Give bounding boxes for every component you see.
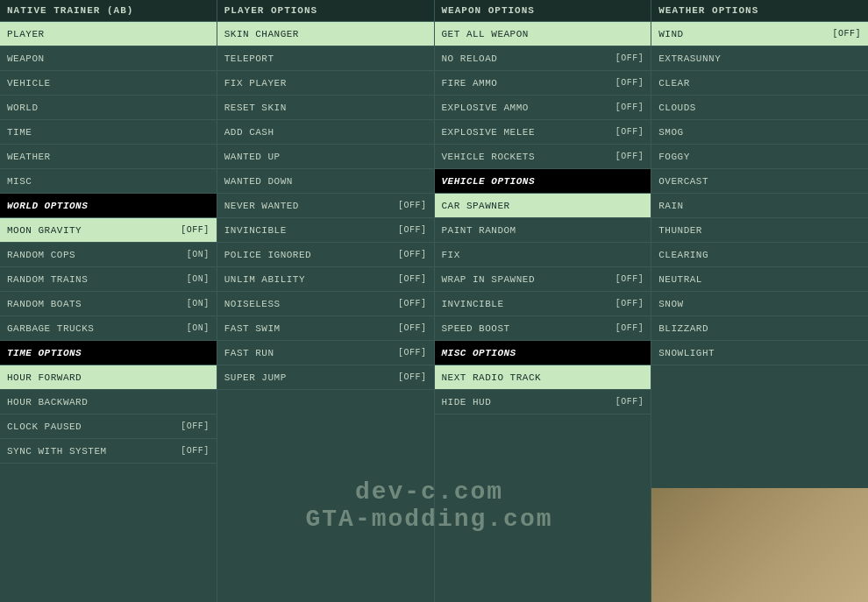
menu-item-label-0-10: RANDOM TRAINS	[7, 274, 180, 285]
menu-item-value-1-8: [OFF]	[398, 225, 427, 235]
menu-item-2-14[interactable]: NEXT RADIO TRACK	[435, 365, 651, 390]
column-0: NATIVE TRAINER (AB)PLAYERWEAPONVEHICLEWO…	[0, 0, 217, 602]
menu-item-label-1-9: POLICE IGNORED	[224, 250, 391, 260]
menu-item-label-0-6: MISC	[7, 176, 210, 187]
menu-item-3-9[interactable]: CLEARING	[651, 243, 868, 267]
menu-item-2-4[interactable]: EXPLOSIVE MELEE[OFF]	[435, 120, 651, 145]
menu-item-2-8[interactable]: PAINT RANDOM	[435, 218, 651, 243]
menu-item-label-3-4: SMOG	[658, 127, 861, 138]
menu-item-0-15[interactable]: HOUR BACKWARD	[0, 390, 217, 414]
menu-item-label-1-8: INVINCIBLE	[224, 225, 391, 236]
menu-item-label-3-13: SNOWLIGHT	[658, 348, 861, 358]
menu-item-label-1-2: FIX PLAYER	[224, 78, 427, 89]
menu-item-0-0[interactable]: PLAYER	[0, 22, 217, 46]
menu-item-2-3[interactable]: EXPLOSIVE AMMO[OFF]	[435, 96, 651, 120]
menu-item-0-12[interactable]: GARBAGE TRUCKS[ON]	[0, 316, 217, 341]
menu-item-0-14[interactable]: HOUR FORWARD	[0, 365, 217, 390]
menu-item-0-16[interactable]: CLOCK PAUSED[OFF]	[0, 414, 217, 439]
menu-item-label-3-5: FOGGY	[658, 152, 861, 162]
menu-item-0-5[interactable]: WEATHER	[0, 145, 217, 169]
menu-item-1-6[interactable]: WANTED DOWN	[217, 169, 434, 194]
menu-item-label-1-11: NOISELESS	[224, 299, 391, 309]
menu-item-1-10[interactable]: UNLIM ABILITY[OFF]	[217, 267, 434, 292]
menu-item-value-2-2: [OFF]	[615, 78, 644, 88]
menu-item-1-13[interactable]: FAST RUN[OFF]	[217, 341, 434, 365]
menu-item-label-3-8: THUNDER	[658, 225, 861, 236]
menu-item-3-11[interactable]: SNOW	[651, 292, 868, 316]
menu-item-3-13[interactable]: SNOWLIGHT	[651, 341, 868, 365]
menu-item-1-5[interactable]: WANTED UP	[217, 145, 434, 169]
menu-item-label-2-4: EXPLOSIVE MELEE	[442, 127, 608, 138]
menu-item-2-5[interactable]: VEHICLE ROCKETS[OFF]	[435, 145, 651, 169]
menu-item-1-7[interactable]: NEVER WANTED[OFF]	[217, 194, 434, 218]
menu-item-2-0[interactable]: GET ALL WEAPON	[435, 22, 651, 46]
menu-item-value-0-10: [ON]	[187, 274, 210, 284]
menu-item-0-1[interactable]: WEAPON	[0, 46, 217, 71]
menu-item-0-8[interactable]: MOON GRAVITY[OFF]	[0, 218, 217, 243]
menu-item-label-2-0: GET ALL WEAPON	[442, 29, 644, 39]
menu-item-1-1[interactable]: TELEPORT	[217, 46, 434, 71]
menu-item-2-9[interactable]: FIX	[435, 243, 651, 267]
menu-item-3-8[interactable]: THUNDER	[651, 218, 868, 243]
menu-item-3-1[interactable]: EXTRASUNNY	[651, 46, 868, 71]
menu-item-label-1-10: UNLIM ABILITY	[224, 274, 391, 285]
menu-item-2-10[interactable]: WRAP IN SPAWNED[OFF]	[435, 267, 651, 292]
menu-item-2-13[interactable]: MISC OPTIONS	[435, 341, 651, 365]
menu-item-2-11[interactable]: INVINCIBLE[OFF]	[435, 292, 651, 316]
menu-item-value-0-16: [OFF]	[181, 421, 210, 431]
menu-item-value-0-17: [OFF]	[181, 446, 210, 456]
menu-item-1-11[interactable]: NOISELESS[OFF]	[217, 292, 434, 316]
menu-item-0-2[interactable]: VEHICLE	[0, 71, 217, 96]
menu-item-label-2-7: CAR SPAWNER	[442, 201, 644, 211]
menu-item-2-12[interactable]: SPEED BOOST[OFF]	[435, 316, 651, 341]
menu-item-1-4[interactable]: ADD CASH	[217, 120, 434, 145]
menu-item-value-1-14: [OFF]	[398, 372, 427, 382]
menu-item-0-9[interactable]: RANDOM COPS[ON]	[0, 243, 217, 267]
menu-item-value-1-7: [OFF]	[398, 201, 427, 210]
menu-item-label-2-9: FIX	[442, 250, 644, 260]
menu-item-2-2[interactable]: FIRE AMMO[OFF]	[435, 71, 651, 96]
menu-item-0-3[interactable]: WORLD	[0, 96, 217, 120]
menu-item-1-3[interactable]: RESET SKIN	[217, 96, 434, 120]
menu-item-label-2-12: SPEED BOOST	[442, 323, 608, 334]
menu-item-2-7[interactable]: CAR SPAWNER	[435, 194, 651, 218]
menu-item-label-2-3: EXPLOSIVE AMMO	[442, 103, 608, 113]
menu-item-3-10[interactable]: NEUTRAL	[651, 267, 868, 292]
menu-item-2-6[interactable]: VEHICLE OPTIONS	[435, 169, 651, 194]
menu-item-label-2-11: INVINCIBLE	[442, 299, 608, 309]
menu-item-3-4[interactable]: SMOG	[651, 120, 868, 145]
menu-item-1-12[interactable]: FAST SWIM[OFF]	[217, 316, 434, 341]
menu-item-label-3-6: OVERCAST	[658, 176, 861, 187]
menu-item-1-14[interactable]: SUPER JUMP[OFF]	[217, 365, 434, 390]
menu-item-label-3-9: CLEARING	[658, 250, 861, 260]
menu-item-3-3[interactable]: CLOUDS	[651, 96, 868, 120]
menu-item-label-0-0: PLAYER	[7, 29, 210, 39]
menu-item-3-5[interactable]: FOGGY	[651, 145, 868, 169]
menu-item-2-1[interactable]: NO RELOAD[OFF]	[435, 46, 651, 71]
menu-item-label-3-11: SNOW	[658, 299, 861, 309]
menu-item-3-7[interactable]: RAIN	[651, 194, 868, 218]
menu-item-0-13[interactable]: TIME OPTIONS	[0, 341, 217, 365]
menu-item-label-1-7: NEVER WANTED	[224, 201, 391, 211]
menu-item-1-2[interactable]: FIX PLAYER	[217, 71, 434, 96]
menu-item-0-4[interactable]: TIME	[0, 120, 217, 145]
menu-item-3-2[interactable]: CLEAR	[651, 71, 868, 96]
menu-item-label-1-12: FAST SWIM	[224, 323, 391, 334]
menu-item-1-9[interactable]: POLICE IGNORED[OFF]	[217, 243, 434, 267]
menu-item-0-17[interactable]: SYNC WITH SYSTEM[OFF]	[0, 439, 217, 464]
menu-item-2-15[interactable]: HIDE HUD[OFF]	[435, 390, 651, 414]
menu-item-0-7[interactable]: WORLD OPTIONS	[0, 194, 217, 218]
menu-item-value-0-11: [ON]	[187, 299, 210, 308]
menu-item-3-12[interactable]: BLIZZARD	[651, 316, 868, 341]
menu-item-1-0[interactable]: SKIN CHANGER	[217, 22, 434, 46]
menu-item-0-11[interactable]: RANDOM BOATS[ON]	[0, 292, 217, 316]
menu-item-3-0[interactable]: WIND[OFF]	[651, 22, 868, 46]
menu-item-3-6[interactable]: OVERCAST	[651, 169, 868, 194]
menu-item-1-8[interactable]: INVINCIBLE[OFF]	[217, 218, 434, 243]
column-2: WEAPON OPTIONSGET ALL WEAPONNO RELOAD[OF…	[435, 0, 652, 602]
menu-item-label-0-8: MOON GRAVITY	[7, 225, 174, 236]
menu-item-0-6[interactable]: MISC	[0, 169, 217, 194]
menu-item-value-3-0: [OFF]	[832, 29, 861, 39]
column-header-3: WEATHER OPTIONS	[651, 0, 868, 22]
menu-item-0-10[interactable]: RANDOM TRAINS[ON]	[0, 267, 217, 292]
